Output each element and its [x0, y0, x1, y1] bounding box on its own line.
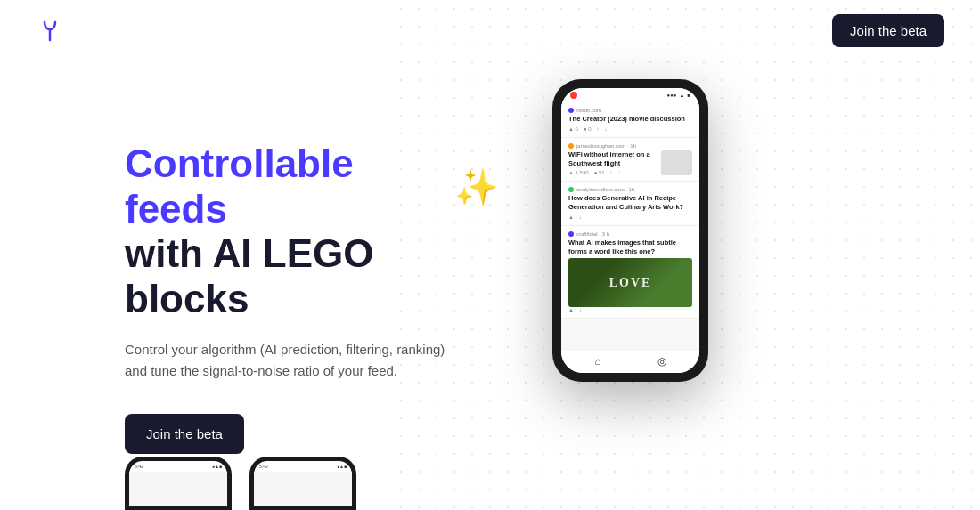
feed-item-actions: ▲ 0 ● 0 ↑ ↓ [568, 126, 692, 132]
feed-item-actions: ▲ ↓ [568, 215, 692, 220]
comment-icon[interactable]: ● 0 [584, 126, 592, 132]
phone-mockup: ●●● ▲ ■ reddit.com The Creator (2023) mo… [552, 79, 708, 382]
stub-time: 5:42 [259, 464, 268, 469]
feed-source-text: reddit.com [576, 108, 601, 113]
phone-bottom-nav: ⌂ ◎ [561, 349, 699, 373]
phone-signal: ●●● [667, 93, 677, 98]
comment-icon[interactable]: ● 51 [594, 170, 605, 175]
stub-status-bar: 5:42 ●▲■ [254, 461, 352, 472]
source-dot-icon [568, 231, 574, 237]
bottom-phones-section: 5:42 ●▲■ 5:42 ●▲■ [125, 457, 356, 510]
feed-item-title: How does Generative AI in Recipe Generat… [568, 194, 692, 212]
feed-source-text: jameshvaughan.com · 1h [576, 143, 636, 149]
phone-screen: ●●● ▲ ■ reddit.com The Creator (2023) mo… [561, 88, 699, 373]
source-dot-icon [568, 143, 574, 149]
bookmark-icon[interactable]: ↓ [579, 307, 582, 312]
source-dot-icon [568, 187, 574, 192]
feed-item-source: craftficial · 3 h [568, 231, 692, 237]
phone-camera-dot [570, 92, 577, 99]
stub-status-bar: 5:42 ●▲■ [129, 461, 227, 472]
bottom-phone-stub-1: 5:42 ●▲■ [125, 457, 232, 510]
feed-item-actions: ▲ ↓ [568, 307, 692, 312]
bottom-phone-screen-1: 5:42 ●▲■ [129, 461, 227, 506]
source-dot-icon [568, 108, 574, 113]
phone-mockup-container: ●●● ▲ ■ reddit.com The Creator (2023) mo… [552, 79, 708, 382]
hero-text-section: Controllable feeds ✨ with AI LEGO blocks… [125, 88, 499, 454]
feed-item-actions: ▲ 1,530 ● 51 ↑ ↓ [568, 170, 657, 175]
phone-battery: ■ [687, 93, 690, 98]
phone-wifi: ▲ [679, 93, 684, 98]
feed-item-body: WiFi without internet on a Southwest fli… [568, 150, 692, 176]
logo [36, 17, 64, 45]
share-icon[interactable]: ↑ [610, 170, 613, 175]
stub-time: 5:42 [135, 464, 143, 469]
logo-icon [36, 17, 64, 45]
bookmark-icon[interactable]: ↓ [618, 170, 621, 175]
feed-item-title: What AI makes images that subtle forms a… [568, 239, 692, 256]
feed-love-image: LOVE [568, 258, 692, 307]
explore-nav-icon[interactable]: ◎ [657, 355, 666, 368]
phone-status-right: ●●● ▲ ■ [667, 93, 690, 98]
phone-status-bar: ●●● ▲ ■ [561, 88, 699, 102]
home-nav-icon[interactable]: ⌂ [594, 355, 600, 368]
hero-emoji: ✨ [454, 166, 499, 207]
bottom-phone-stub-2: 5:42 ●▲■ [249, 457, 356, 510]
upvote-icon[interactable]: ▲ [568, 307, 574, 312]
feed-item-source: analyticsvidhya.com · 1h [568, 187, 692, 192]
main-content: Controllable feeds ✨ with AI LEGO blocks… [0, 61, 980, 454]
stub-icons: ●▲■ [337, 464, 347, 469]
feed-item: reddit.com The Creator (2023) movie disc… [561, 102, 699, 138]
stub-content [254, 472, 352, 506]
feed-thumbnail [661, 150, 692, 175]
feed-item-title: WiFi without internet on a Southwest fli… [568, 150, 657, 168]
upvote-icon[interactable]: ▲ [568, 215, 574, 220]
upvote-icon[interactable]: ▲ 0 [568, 126, 578, 132]
feed-item: analyticsvidhya.com · 1h How does Genera… [561, 182, 699, 226]
feed-item: jameshvaughan.com · 1h WiFi without inte… [561, 138, 699, 182]
navbar: Join the beta [0, 0, 980, 61]
stub-content [129, 472, 227, 506]
nav-join-beta-button[interactable]: Join the beta [832, 14, 944, 47]
share-icon[interactable]: ↑ [597, 126, 600, 132]
hero-title-line1: Controllable feeds ✨ [125, 142, 499, 231]
feed-item-source: reddit.com [568, 108, 692, 113]
bookmark-icon[interactable]: ↓ [579, 215, 582, 220]
hero-description: Control your algorithm (AI prediction, f… [125, 339, 463, 382]
feed-item-title: The Creator (2023) movie discussion [568, 115, 692, 124]
hero-join-beta-button[interactable]: Join the beta [125, 414, 244, 454]
hero-title-text-purple: Controllable feeds [125, 142, 447, 231]
upvote-icon[interactable]: ▲ 1,530 [568, 170, 589, 175]
feed-source-text: analyticsvidhya.com · 1h [576, 187, 634, 192]
feed-item-source: jameshvaughan.com · 1h [568, 143, 692, 149]
stub-icons: ●▲■ [212, 464, 222, 469]
hero-title-line2: with AI LEGO blocks [125, 231, 499, 321]
bookmark-icon[interactable]: ↓ [605, 126, 608, 132]
phone-feed: reddit.com The Creator (2023) movie disc… [561, 102, 699, 349]
bottom-phone-screen-2: 5:42 ●▲■ [254, 461, 352, 506]
feed-source-text: craftficial · 3 h [576, 231, 609, 237]
feed-item: craftficial · 3 h What AI makes images t… [561, 226, 699, 320]
